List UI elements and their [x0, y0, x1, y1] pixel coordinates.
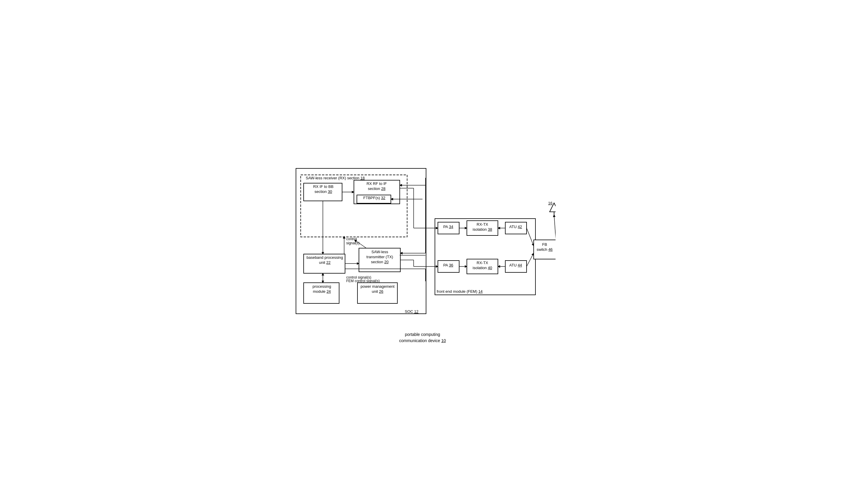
svg-line-36 [527, 228, 534, 246]
pa34-label: PA 34 [439, 224, 458, 229]
tx-section-label: SAW-lesstransmitter (TX)section 20 [360, 250, 400, 265]
power-mgmt-label: power managementunit 26 [359, 284, 396, 294]
rxtx-40-label: RX-TXisolation 40 [468, 260, 497, 271]
soc-label: SOC 12 [405, 309, 418, 314]
soc-number: 12 [414, 309, 418, 314]
baseband-label: baseband processingunit 22 [305, 255, 345, 265]
rx-rf-if-label: RX RF to IFsection 28 [356, 181, 397, 192]
pm-number: 24 [326, 289, 330, 294]
fem-control-signals: FEM control signal(s) [346, 279, 380, 283]
rx-if-bb-number: 30 [328, 190, 332, 194]
rx-section-number-display: 18 [360, 176, 365, 180]
svg-line-40 [554, 215, 555, 240]
main-canvas: SAW-less receiver (RX) section 28 18 RX … [290, 160, 555, 326]
rx-section-label: SAW-less receiver (RX) section 28 18 [306, 176, 365, 180]
diagram-caption: portable computingcommunication device 1… [290, 331, 555, 344]
fem-label: front end module (FEM) 14 [437, 289, 483, 294]
diagram-container: SAW-less receiver (RX) section 28 18 RX … [290, 160, 555, 344]
fb-switch-label: FBswitch 46 [535, 242, 555, 252]
baseband-number: 22 [326, 260, 330, 265]
caption-number: 10 [441, 338, 446, 343]
tx-number: 20 [384, 260, 389, 264]
svg-line-39 [527, 253, 534, 267]
atu44-label: ATU 44 [506, 263, 525, 267]
antenna-label: 16 [548, 201, 552, 205]
control-signals-1: controlsignal(s) [346, 237, 360, 245]
pa36-label: PA 36 [439, 263, 458, 267]
caption-text: portable computingcommunication device 1… [399, 332, 446, 343]
atu42-label: ATU 42 [506, 224, 525, 229]
processing-module-label: processingmodule 24 [305, 284, 339, 294]
rxtx-38-label: RX-TXisolation 38 [468, 222, 497, 232]
pmu-number: 26 [379, 289, 383, 294]
rx-if-bb-label: RX IF to BBsection 30 [305, 184, 342, 194]
rx-rf-if-number: 28 [381, 186, 385, 191]
ftbpf-number: 32 [381, 196, 385, 200]
ftbpf-label: FTBPF(s) 32 [358, 196, 391, 200]
